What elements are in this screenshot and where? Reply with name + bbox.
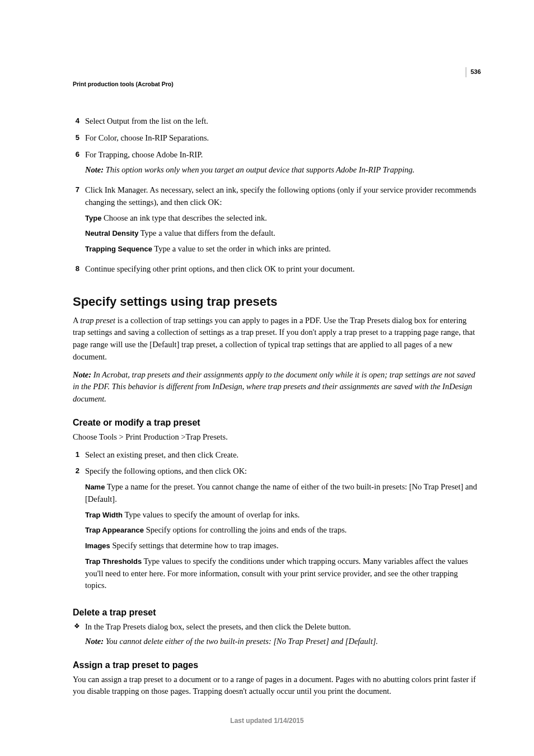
option-text: Type a name for the preset. You cannot c… <box>85 482 477 503</box>
heading-specify-settings: Specify settings using trap presets <box>73 295 478 309</box>
option-trapping-sequence: Trapping Sequence Type a value to set th… <box>85 243 478 255</box>
step-text: Select Output from the list on the left. <box>85 115 478 128</box>
bullet-icon: ❖ <box>73 621 85 648</box>
option-text: Type a value that differs from the defau… <box>140 228 275 237</box>
term-trap-preset: trap preset <box>80 316 115 325</box>
step-body: Specify the following options, and then … <box>85 465 478 595</box>
bullet-item: ❖ In the Trap Presets dialog box, select… <box>73 621 478 648</box>
bullet-note: Note: You cannot delete either of the tw… <box>85 636 478 648</box>
step-8: 8 Continue specifying other print option… <box>73 263 478 276</box>
paragraph: Choose Tools > Print Production >Trap Pr… <box>73 431 478 444</box>
note-label: Note: <box>85 165 104 174</box>
step-6: 6 For Trapping, choose Adobe In-RIP. Not… <box>73 149 478 180</box>
paragraph: You can assign a trap preset to a docume… <box>73 674 478 698</box>
option-text: Choose an ink type that describes the se… <box>104 213 267 222</box>
note-text: You cannot delete either of the two buil… <box>106 637 378 646</box>
step-text: Continue specifying other print options,… <box>85 263 478 276</box>
step-body: For Trapping, choose Adobe In-RIP. Note:… <box>85 149 478 180</box>
paragraph: A trap preset is a collection of trap se… <box>73 315 478 363</box>
step-2: 2 Specify the following options, and the… <box>73 465 478 595</box>
step-body: Click Ink Manager. As necessary, select … <box>85 184 478 259</box>
note-paragraph: Note: In Acrobat, trap presets and their… <box>73 369 478 405</box>
step-number: 7 <box>73 184 85 259</box>
bullet-text: In the Trap Presets dialog box, select t… <box>85 621 478 633</box>
text-post: is a collection of trap settings you can… <box>73 316 475 361</box>
option-label: Trap Width <box>85 511 123 519</box>
option-type: Type Choose an ink type that describes t… <box>85 212 478 225</box>
step-number: 4 <box>73 115 85 128</box>
option-text: Specify settings that determine how to t… <box>112 541 278 550</box>
step-text: For Color, choose In-RIP Separations. <box>85 132 478 144</box>
steps-list-create: 1 Select an existing preset, and then cl… <box>73 449 478 596</box>
option-text: Specify options for controlling the join… <box>146 525 347 534</box>
option-neutral-density: Neutral Density Type a value that differ… <box>85 227 478 240</box>
step-5: 5 For Color, choose In-RIP Separations. <box>73 132 478 144</box>
bullet-body: In the Trap Presets dialog box, select t… <box>85 621 478 648</box>
option-images: Images Specify settings that determine h… <box>85 540 478 552</box>
step-number: 1 <box>73 449 85 461</box>
heading-create-modify: Create or modify a trap preset <box>73 418 478 428</box>
page-header: Print production tools (Acrobat Pro) <box>73 81 478 87</box>
page-number: 536 <box>466 67 481 77</box>
option-label: Name <box>85 483 105 491</box>
option-text: Type values to specify the amount of ove… <box>124 510 299 519</box>
option-label: Trap Thresholds <box>85 557 142 566</box>
option-trap-appearance: Trap Appearance Specify options for cont… <box>85 524 478 536</box>
note-label: Note: <box>73 370 91 379</box>
footer-last-updated: Last updated 1/14/2015 <box>0 717 534 725</box>
text-pre: A <box>73 316 80 325</box>
note-text: This option works only when you target a… <box>106 165 415 174</box>
note-text: In Acrobat, trap presets and their assig… <box>73 370 475 404</box>
step-number: 6 <box>73 149 85 180</box>
step-note: Note: This option works only when you ta… <box>85 164 478 176</box>
step-text: For Trapping, choose Adobe In-RIP. <box>85 149 478 161</box>
step-1: 1 Select an existing preset, and then cl… <box>73 449 478 461</box>
steps-list-top: 4 Select Output from the list on the lef… <box>73 115 478 276</box>
option-label: Neutral Density <box>85 229 138 237</box>
page-content: Print production tools (Acrobat Pro) 4 S… <box>0 0 534 737</box>
heading-delete: Delete a trap preset <box>73 608 478 618</box>
option-label: Trapping Sequence <box>85 245 152 253</box>
option-trap-thresholds: Trap Thresholds Type values to specify t… <box>85 556 478 592</box>
option-text: Type a value to set the order in which i… <box>154 244 330 253</box>
option-label: Type <box>85 214 101 222</box>
step-number: 8 <box>73 263 85 276</box>
step-7: 7 Click Ink Manager. As necessary, selec… <box>73 184 478 259</box>
option-label: Images <box>85 542 110 550</box>
option-name: Name Type a name for the preset. You can… <box>85 481 478 506</box>
step-number: 5 <box>73 132 85 144</box>
option-text: Type values to specify the conditions un… <box>85 557 468 590</box>
note-label: Note: <box>85 637 104 646</box>
step-number: 2 <box>73 465 85 595</box>
step-text: Click Ink Manager. As necessary, select … <box>85 184 478 209</box>
option-label: Trap Appearance <box>85 526 144 534</box>
step-text: Specify the following options, and then … <box>85 465 478 478</box>
step-text: Select an existing preset, and then clic… <box>85 449 478 461</box>
heading-assign: Assign a trap preset to pages <box>73 660 478 670</box>
step-4: 4 Select Output from the list on the lef… <box>73 115 478 128</box>
option-trap-width: Trap Width Type values to specify the am… <box>85 509 478 521</box>
